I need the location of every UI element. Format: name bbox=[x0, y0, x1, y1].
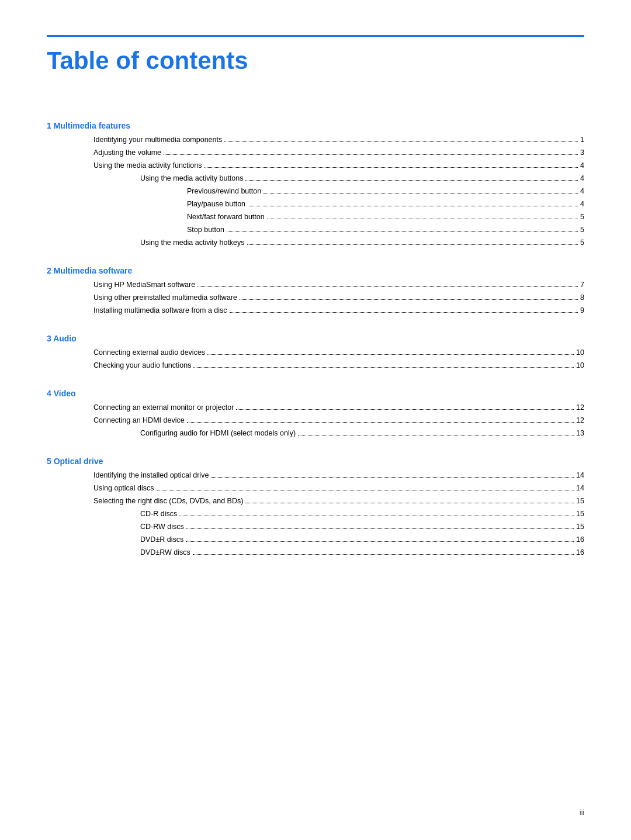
toc-page-number: 4 bbox=[580, 172, 584, 184]
top-border bbox=[47, 35, 584, 37]
toc-entry: Using the media activity functions4 bbox=[47, 160, 584, 171]
toc-entry: DVD±R discs16 bbox=[47, 534, 584, 545]
section-1-heading: 1 Multimedia features bbox=[47, 121, 584, 130]
toc-entry: Using the media activity buttons4 bbox=[47, 172, 584, 184]
toc-entry: Stop button5 bbox=[47, 224, 584, 236]
toc-page-number: 15 bbox=[576, 495, 584, 507]
toc-page-number: 14 bbox=[576, 469, 584, 481]
toc-entry: CD-R discs15 bbox=[47, 508, 584, 520]
toc-page-number: 4 bbox=[580, 160, 584, 171]
toc-entry-text: DVD±R discs bbox=[140, 534, 183, 545]
toc-entry-text: CD-R discs bbox=[140, 508, 177, 520]
toc-entry: Installing multimedia software from a di… bbox=[47, 305, 584, 316]
toc-entry: Next/fast forward button5 bbox=[47, 211, 584, 223]
toc-entry: Selecting the right disc (CDs, DVDs, and… bbox=[47, 495, 584, 507]
toc-entry: Using HP MediaSmart software7 bbox=[47, 279, 584, 291]
toc-container: 1 Multimedia featuresIdentifying your mu… bbox=[47, 121, 584, 558]
toc-dots bbox=[179, 516, 574, 516]
toc-page-number: 10 bbox=[576, 359, 584, 371]
toc-dots bbox=[236, 409, 574, 410]
toc-dots bbox=[230, 312, 578, 313]
toc-entry: DVD±RW discs16 bbox=[47, 547, 584, 558]
toc-entry-text: Checking your audio functions bbox=[93, 359, 191, 371]
toc-page-number: 15 bbox=[576, 521, 584, 533]
toc-dots bbox=[186, 541, 574, 542]
toc-entry: Using optical discs14 bbox=[47, 482, 584, 494]
page-title: Table of contents bbox=[47, 47, 584, 74]
toc-page-number: 4 bbox=[580, 185, 584, 197]
toc-page-number: 7 bbox=[580, 279, 584, 291]
toc-dots bbox=[207, 354, 574, 355]
toc-entry-text: Installing multimedia software from a di… bbox=[93, 305, 227, 316]
toc-page-number: 14 bbox=[576, 482, 584, 494]
toc-entry: Configuring audio for HDMI (select model… bbox=[47, 427, 584, 439]
toc-entry: Identifying the installed optical drive1… bbox=[47, 469, 584, 481]
toc-entry-text: Using the media activity hotkeys bbox=[140, 237, 245, 248]
toc-entry: Connecting an HDMI device12 bbox=[47, 414, 584, 426]
toc-dots bbox=[204, 167, 578, 168]
toc-dots bbox=[298, 435, 574, 435]
toc-dots bbox=[267, 219, 578, 219]
toc-dots bbox=[211, 477, 574, 478]
toc-entry-text: Adjusting the volume bbox=[93, 147, 161, 158]
toc-page-number: 3 bbox=[580, 147, 584, 158]
toc-entry: CD-RW discs15 bbox=[47, 521, 584, 533]
toc-entry-text: Connecting an HDMI device bbox=[93, 414, 185, 426]
section-3-heading: 3 Audio bbox=[47, 334, 584, 343]
toc-dots bbox=[245, 503, 574, 503]
toc-entry-text: Identifying your multimedia components bbox=[93, 134, 222, 146]
footer-page-number: iii bbox=[580, 808, 584, 817]
toc-entry-text: Using optical discs bbox=[93, 482, 154, 494]
toc-page-number: 13 bbox=[576, 427, 584, 439]
toc-dots bbox=[247, 244, 578, 245]
toc-dots bbox=[187, 422, 574, 423]
toc-entry-text: Next/fast forward button bbox=[187, 211, 265, 223]
toc-dots bbox=[197, 286, 578, 287]
toc-entry: Adjusting the volume3 bbox=[47, 147, 584, 158]
toc-page-number: 9 bbox=[580, 305, 584, 316]
toc-entry-text: Identifying the installed optical drive bbox=[93, 469, 209, 481]
toc-entry-text: DVD±RW discs bbox=[140, 547, 190, 558]
section-4: 4 VideoConnecting an external monitor or… bbox=[47, 389, 584, 439]
toc-page-number: 1 bbox=[580, 134, 584, 146]
toc-dots bbox=[240, 299, 578, 300]
section-3: 3 AudioConnecting external audio devices… bbox=[47, 334, 584, 371]
toc-entry-text: CD-RW discs bbox=[140, 521, 184, 533]
toc-page-number: 4 bbox=[580, 198, 584, 210]
toc-page-number: 16 bbox=[576, 547, 584, 558]
toc-dots bbox=[227, 231, 578, 232]
section-2-heading: 2 Multimedia software bbox=[47, 266, 584, 275]
section-1: 1 Multimedia featuresIdentifying your mu… bbox=[47, 121, 584, 248]
toc-page-number: 8 bbox=[580, 292, 584, 303]
toc-dots bbox=[193, 554, 574, 555]
toc-page-number: 12 bbox=[576, 402, 584, 413]
toc-entry: Connecting an external monitor or projec… bbox=[47, 402, 584, 413]
toc-dots bbox=[157, 490, 574, 490]
toc-page-number: 5 bbox=[580, 224, 584, 236]
toc-page-number: 5 bbox=[580, 237, 584, 248]
toc-entry-text: Configuring audio for HDMI (select model… bbox=[140, 427, 296, 439]
toc-entry-text: Using HP MediaSmart software bbox=[93, 279, 195, 291]
toc-entry: Play/pause button4 bbox=[47, 198, 584, 210]
toc-entry: Using other preinstalled multimedia soft… bbox=[47, 292, 584, 303]
toc-entry: Connecting external audio devices10 bbox=[47, 347, 584, 358]
toc-entry-text: Play/pause button bbox=[187, 198, 245, 210]
toc-entry-text: Using the media activity functions bbox=[93, 160, 202, 171]
toc-dots bbox=[164, 154, 578, 155]
toc-entry-text: Connecting external audio devices bbox=[93, 347, 205, 358]
toc-entry-text: Connecting an external monitor or projec… bbox=[93, 402, 234, 413]
section-5-heading: 5 Optical drive bbox=[47, 457, 584, 466]
toc-page-number: 12 bbox=[576, 414, 584, 426]
toc-dots bbox=[264, 193, 578, 193]
section-5: 5 Optical driveIdentifying the installed… bbox=[47, 457, 584, 558]
toc-dots bbox=[224, 141, 578, 142]
toc-entry-text: Using other preinstalled multimedia soft… bbox=[93, 292, 237, 303]
toc-page-number: 10 bbox=[576, 347, 584, 358]
toc-entry-text: Stop button bbox=[187, 224, 224, 236]
toc-entry: Identifying your multimedia components1 bbox=[47, 134, 584, 146]
toc-dots bbox=[186, 528, 574, 529]
toc-page-number: 5 bbox=[580, 211, 584, 223]
section-2: 2 Multimedia softwareUsing HP MediaSmart… bbox=[47, 266, 584, 316]
toc-entry-text: Previous/rewind button bbox=[187, 185, 261, 197]
toc-page-number: 16 bbox=[576, 534, 584, 545]
